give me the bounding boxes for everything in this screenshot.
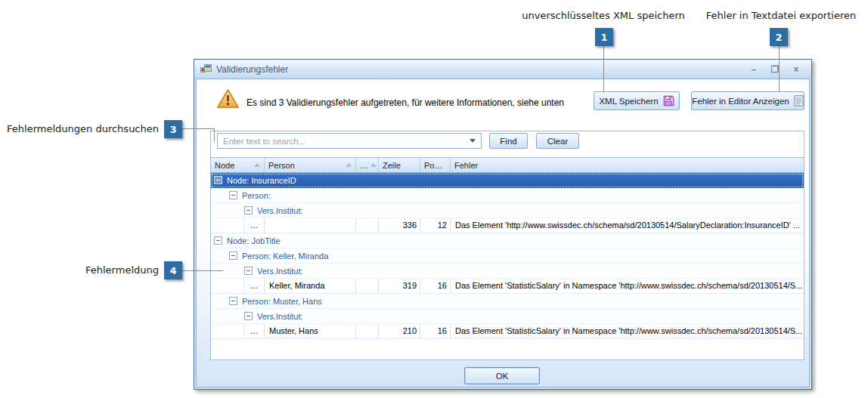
- sort-ascending-icon: [370, 163, 377, 167]
- save-xml-label: XML Speichern: [599, 97, 658, 106]
- cell-zeile: 336: [379, 218, 420, 233]
- cell-zeile: 319: [379, 279, 420, 293]
- clear-label: Clear: [547, 137, 568, 146]
- cell-nodeval: …: [244, 218, 265, 233]
- callout2-connector-line: [779, 46, 780, 92]
- show-errors-in-editor-button[interactable]: Fehler in Editor Anzeigen: [691, 91, 804, 110]
- validation-summary-text: Es sind 3 Validierungsfehler aufgetreten…: [246, 97, 564, 108]
- column-header-node[interactable]: Node: [211, 158, 265, 172]
- group-row[interactable]: Vers.Institut:: [211, 309, 804, 324]
- column-header-po[interactable]: Po…: [420, 158, 451, 172]
- app-window-icon: [200, 64, 212, 75]
- group-label: Vers.Institut:: [257, 267, 303, 276]
- cell-dots: [356, 218, 379, 233]
- cell-indent: [211, 279, 244, 293]
- cell-dots: [356, 324, 379, 338]
- column-header-zeile[interactable]: Zeile: [379, 158, 420, 172]
- combo-dropdown-icon[interactable]: [470, 139, 476, 143]
- collapse-minus-icon[interactable]: [244, 206, 253, 214]
- column-header-dots[interactable]: …: [356, 158, 379, 172]
- dialog-client-area: Es sind 3 Validierungsfehler aufgetreten…: [196, 79, 810, 387]
- column-label: …: [360, 161, 368, 170]
- show-editor-label: Fehler in Editor Anzeigen: [692, 97, 789, 106]
- group-label: Node: JobTitle: [227, 236, 281, 245]
- callout2-label: Fehler in Textdatei exportieren: [694, 10, 868, 21]
- group-label: Person:: [242, 191, 271, 200]
- grid-header: NodePerson…ZeilePo…Fehler: [211, 158, 804, 173]
- cell-po: 16: [420, 279, 451, 293]
- cell-person: Muster, Hans: [265, 324, 356, 338]
- callout3-connector-line-down: [214, 128, 215, 142]
- cell-nodeval: …: [244, 279, 265, 293]
- save-xml-button[interactable]: XML Speichern: [594, 91, 680, 110]
- group-row[interactable]: Node: JobTitle: [211, 233, 804, 248]
- text-document-icon: [794, 95, 804, 106]
- errors-panel: Enter text to search... Find Clear NodeP…: [210, 131, 804, 360]
- callout1-connector-line: [603, 46, 604, 92]
- group-label: Person: Keller, Miranda: [242, 251, 328, 261]
- group-label: Node: InsuranceID: [227, 176, 296, 185]
- cell-po: 16: [420, 324, 451, 338]
- warning-icon: [216, 88, 240, 110]
- dialog-title: Validierungsfehler: [216, 64, 745, 75]
- cell-indent: [211, 324, 244, 338]
- find-button[interactable]: Find: [489, 133, 528, 149]
- callout3-number-badge: 3: [164, 120, 182, 138]
- collapse-minus-icon[interactable]: [214, 176, 222, 184]
- collapse-minus-icon[interactable]: [244, 267, 253, 275]
- cell-indent: [211, 218, 244, 233]
- find-label: Find: [500, 137, 516, 146]
- collapse-minus-icon[interactable]: [229, 191, 237, 199]
- group-row[interactable]: Person:: [211, 188, 804, 203]
- ok-button[interactable]: OK: [464, 367, 540, 384]
- error-data-row[interactable]: …33612Das Element 'http://www.swissdec.c…: [211, 218, 804, 233]
- callout1-number-badge: 1: [595, 28, 613, 46]
- clear-button[interactable]: Clear: [536, 133, 579, 149]
- group-row[interactable]: Person: Keller, Miranda: [211, 248, 804, 264]
- maximize-button[interactable]: ❐: [766, 64, 784, 75]
- errors-grid: NodePerson…ZeilePo…Fehler Node: Insuranc…: [211, 157, 804, 359]
- callout4-number-badge: 4: [164, 261, 182, 279]
- collapse-minus-icon[interactable]: [244, 312, 253, 320]
- column-header-fehler[interactable]: Fehler: [451, 158, 804, 172]
- ok-label: OK: [496, 372, 509, 381]
- close-button[interactable]: ×: [787, 64, 805, 75]
- error-data-row[interactable]: …Muster, Hans21016Das Element 'Statistic…: [211, 324, 804, 339]
- cell-fehler: Das Element 'StatisticSalary' in Namespa…: [451, 324, 804, 338]
- group-label: Vers.Institut:: [257, 206, 303, 215]
- column-label: Node: [215, 161, 252, 170]
- callout3-connector-line: [182, 128, 214, 129]
- sort-ascending-icon: [254, 163, 260, 167]
- cell-fehler: Das Element 'StatisticSalary' in Namespa…: [451, 279, 804, 293]
- callout4-connector-line: [182, 270, 223, 271]
- cell-po: 12: [420, 218, 451, 233]
- minimize-button[interactable]: –: [745, 64, 763, 75]
- collapse-minus-icon[interactable]: [229, 297, 237, 305]
- group-row[interactable]: Person: Muster, Hans: [211, 294, 804, 309]
- cell-person: [265, 218, 356, 233]
- search-placeholder: Enter text to search...: [223, 137, 470, 146]
- callout2-number-badge: 2: [770, 28, 788, 46]
- save-floppy-icon: [663, 95, 674, 106]
- callout3-label: Fehlermeldungen durchsuchen: [6, 123, 159, 134]
- search-input[interactable]: Enter text to search...: [217, 133, 482, 149]
- column-label: Po…: [424, 161, 446, 170]
- grid-body: Node: InsuranceIDPerson:Vers.Institut:…3…: [211, 173, 804, 339]
- cell-nodeval: …: [244, 324, 265, 338]
- validation-errors-dialog: Validierungsfehler – ❐ × Es sind 3 Valid…: [194, 59, 812, 390]
- error-data-row[interactable]: …Keller, Miranda31916Das Element 'Statis…: [211, 279, 804, 294]
- callout1-label: unverschlüsseltes XML speichern: [513, 10, 694, 21]
- sort-ascending-icon: [346, 163, 352, 167]
- column-label: Zeile: [383, 161, 416, 170]
- titlebar[interactable]: Validierungsfehler – ❐ ×: [194, 60, 811, 79]
- column-header-person[interactable]: Person: [265, 158, 356, 172]
- callout4-label: Fehlermeldung: [6, 264, 159, 276]
- group-label: Vers.Institut:: [257, 312, 303, 321]
- column-label: Fehler: [454, 161, 800, 170]
- group-row[interactable]: Vers.Institut:: [211, 203, 804, 218]
- cell-zeile: 210: [379, 324, 420, 338]
- group-row-selected[interactable]: Node: InsuranceID: [211, 173, 804, 188]
- collapse-minus-icon[interactable]: [229, 251, 237, 260]
- collapse-minus-icon[interactable]: [214, 236, 222, 245]
- group-row[interactable]: Vers.Institut:: [211, 264, 804, 279]
